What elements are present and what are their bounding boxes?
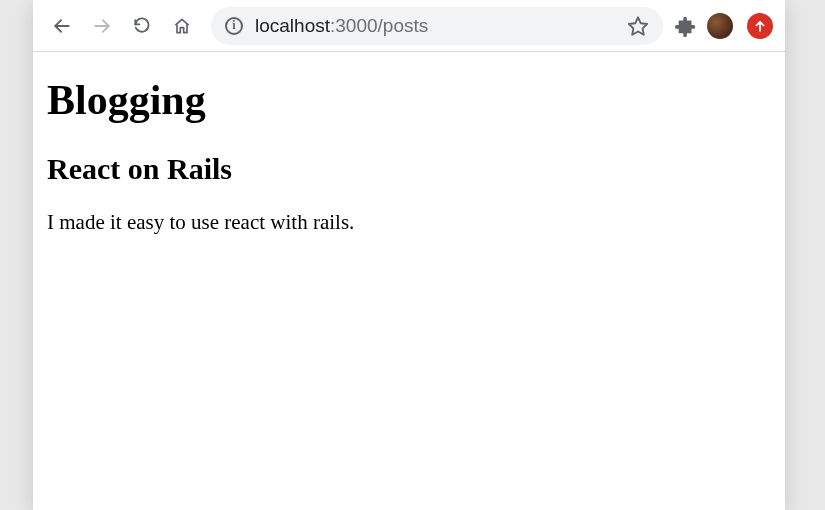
url-host: localhost xyxy=(255,15,330,36)
forward-button[interactable] xyxy=(85,9,119,43)
bookmark-button[interactable] xyxy=(627,15,649,37)
star-icon xyxy=(627,15,649,37)
url-path: :3000/posts xyxy=(330,15,428,36)
extensions-button[interactable] xyxy=(675,15,697,37)
arrow-left-icon xyxy=(52,16,72,36)
address-bar[interactable]: i localhost:3000/posts xyxy=(211,7,663,45)
home-icon xyxy=(172,16,192,36)
arrow-up-icon xyxy=(753,19,767,33)
update-button[interactable] xyxy=(747,13,773,39)
reload-button[interactable] xyxy=(125,9,159,43)
page-content: Blogging React on Rails I made it easy t… xyxy=(33,52,785,510)
site-info-icon[interactable]: i xyxy=(225,17,243,35)
post-body: I made it easy to use react with rails. xyxy=(47,210,771,235)
browser-toolbar: i localhost:3000/posts xyxy=(33,0,785,52)
reload-icon xyxy=(132,16,152,36)
page-heading: Blogging xyxy=(47,76,771,124)
arrow-right-icon xyxy=(92,16,112,36)
home-button[interactable] xyxy=(165,9,199,43)
post-title: React on Rails xyxy=(47,152,771,186)
url-display: localhost:3000/posts xyxy=(255,15,615,37)
back-button[interactable] xyxy=(45,9,79,43)
browser-window: i localhost:3000/posts Blogging React on… xyxy=(33,0,785,510)
puzzle-icon xyxy=(675,15,697,37)
profile-avatar[interactable] xyxy=(707,13,733,39)
svg-marker-2 xyxy=(629,17,647,34)
